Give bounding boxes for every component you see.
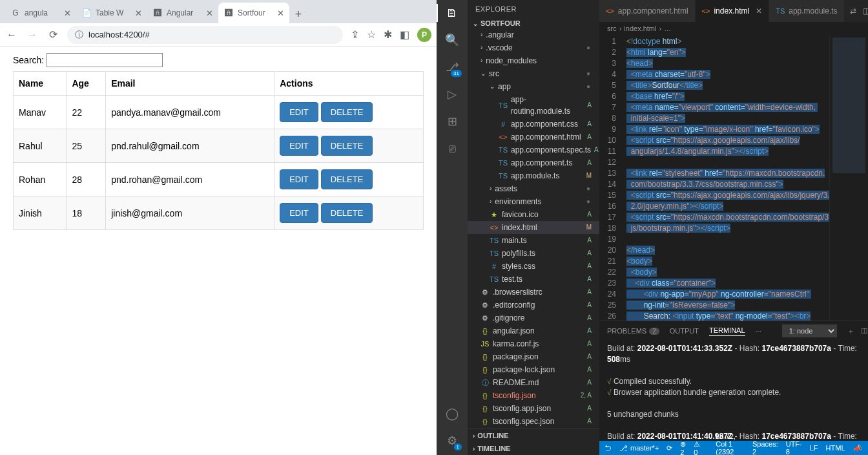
file-item[interactable]: ⚙.browserslistrcA	[468, 286, 599, 299]
folder-item[interactable]: ›assets●	[468, 182, 599, 195]
new-tab-button[interactable]: +	[289, 5, 307, 23]
reload-button[interactable]: ⟳	[46, 28, 59, 41]
errors-status[interactable]: ⊗ 2	[680, 440, 686, 456]
terminal-tab[interactable]: TERMINAL	[709, 326, 745, 336]
search-icon[interactable]: 🔍	[444, 32, 460, 48]
file-item[interactable]: TStest.tsA	[468, 273, 599, 286]
file-item[interactable]: TSapp.component.tsA	[468, 156, 599, 169]
file-item[interactable]: JSkarma.conf.jsA	[468, 337, 599, 350]
folder-item[interactable]: ›.angular	[468, 28, 599, 41]
breadcrumb[interactable]: src › index.html › …	[599, 22, 868, 35]
new-terminal-icon[interactable]: ＋	[847, 326, 854, 336]
remote-icon[interactable]: ⎚	[444, 141, 460, 156]
column-header[interactable]: Email	[106, 72, 274, 96]
compare-icon[interactable]: ⇄	[850, 6, 856, 16]
delete-button[interactable]: DELETE	[321, 136, 373, 156]
file-item[interactable]: ★favicon.icoA	[468, 208, 599, 221]
edit-button[interactable]: EDIT	[280, 203, 318, 223]
delete-button[interactable]: DELETE	[321, 203, 373, 223]
split-terminal-icon[interactable]: ◫	[861, 326, 867, 336]
browser-tab[interactable]: Gangula✕	[5, 3, 76, 23]
delete-button[interactable]: DELETE	[321, 169, 373, 189]
address-bar[interactable]: ⓘ localhost:4200/#	[67, 26, 343, 44]
lang-status[interactable]: HTML	[826, 444, 845, 452]
close-tab-icon[interactable]: ✕	[206, 8, 213, 18]
folder-item[interactable]: ›node_modules	[468, 54, 599, 67]
file-item[interactable]: TSapp.component.spec.tsA	[468, 143, 599, 156]
file-item[interactable]: {}tsconfig.spec.jsonA	[468, 415, 599, 428]
cursor-status[interactable]: Ln 72, Col 1 (2392 selected)	[716, 432, 745, 455]
breadcrumb-item[interactable]: …	[664, 25, 671, 32]
breadcrumb-item[interactable]: src	[607, 25, 617, 32]
explorer-icon[interactable]: 🗎	[444, 5, 460, 21]
edit-button[interactable]: EDIT	[280, 169, 318, 189]
code-content[interactable]: <!doctype html><html lang="en"><head> <m…	[621, 35, 829, 321]
debug-icon[interactable]: ▷	[444, 87, 460, 102]
edit-button[interactable]: EDIT	[280, 102, 318, 122]
site-info-icon[interactable]: ⓘ	[75, 29, 83, 41]
bookmark-icon[interactable]: ☆	[367, 28, 376, 41]
output-tab[interactable]: OUTPUT	[670, 327, 699, 335]
file-item[interactable]: #styles.cssA	[468, 260, 599, 273]
folder-item[interactable]: ⌄app●	[468, 80, 599, 93]
encoding-status[interactable]: UTF-8	[786, 440, 802, 455]
delete-button[interactable]: DELETE	[321, 102, 373, 122]
file-item[interactable]: TSpolyfills.tsA	[468, 247, 599, 260]
column-header[interactable]: Name	[14, 72, 67, 96]
close-tab-icon[interactable]: ✕	[756, 6, 762, 16]
outline-section[interactable]: ›OUTLINE	[468, 429, 599, 442]
file-item[interactable]: ⓘREADME.mdA	[468, 376, 599, 389]
back-button[interactable]: ←	[5, 28, 18, 41]
terminal-select[interactable]: 1: node	[782, 324, 837, 337]
file-item[interactable]: TSapp.module.tsM	[468, 169, 599, 182]
split-editor-icon[interactable]: ◫	[863, 6, 868, 16]
profile-avatar[interactable]: P	[417, 28, 431, 42]
sidepanel-icon[interactable]: ◧	[400, 28, 409, 41]
feedback-icon[interactable]: 📣	[853, 444, 862, 452]
file-item[interactable]: TSapp-routing.module.tsA	[468, 93, 599, 118]
forward-button[interactable]: →	[26, 28, 39, 41]
scm-icon[interactable]: ⎇31	[444, 59, 460, 75]
folder-item[interactable]: ›.vscode●	[468, 41, 599, 54]
extensions-icon[interactable]: ✱	[384, 28, 392, 41]
folder-item[interactable]: ⌄src●	[468, 67, 599, 80]
minimap[interactable]	[829, 35, 868, 321]
search-input[interactable]	[46, 53, 163, 67]
breadcrumb-item[interactable]: index.html	[624, 25, 656, 32]
folder-item[interactable]: ›environments●	[468, 195, 599, 208]
editor-tab[interactable]: <>app.component.html	[599, 0, 696, 22]
spaces-status[interactable]: Spaces: 2	[752, 440, 778, 455]
extensions-panel-icon[interactable]: ⊞	[444, 114, 460, 129]
editor-tab[interactable]: <>index.html✕	[696, 0, 770, 22]
editor[interactable]: 1234567891011121314151617181920212223242…	[599, 35, 868, 321]
file-item[interactable]: {}angular.jsonA	[468, 324, 599, 337]
file-item[interactable]: #app.component.cssA	[468, 118, 599, 131]
column-header[interactable]: Actions	[274, 72, 424, 96]
file-item[interactable]: ⚙.gitignoreA	[468, 312, 599, 324]
browser-tab[interactable]: 🅰Angular✕	[147, 3, 218, 23]
warnings-status[interactable]: ⚠ 0	[694, 440, 700, 456]
branch-status[interactable]: ⎇ master*+	[619, 444, 659, 452]
remote-status[interactable]: ⮌	[604, 444, 612, 452]
edit-button[interactable]: EDIT	[280, 136, 318, 156]
settings-gear-icon[interactable]: ⚙1	[444, 433, 460, 449]
file-item[interactable]: <>index.htmlM	[468, 221, 599, 234]
account-icon[interactable]: ◯	[444, 406, 460, 421]
close-tab-icon[interactable]: ✕	[135, 8, 142, 18]
close-tab-icon[interactable]: ✕	[64, 8, 71, 18]
file-item[interactable]: {}tsconfig.app.jsonA	[468, 402, 599, 415]
eol-status[interactable]: LF	[810, 444, 818, 452]
project-header[interactable]: ⌄SORTFOUR	[468, 18, 599, 28]
file-item[interactable]: {}package-lock.jsonA	[468, 363, 599, 376]
browser-tab[interactable]: 🅰Sortfour✕	[218, 3, 289, 23]
share-icon[interactable]: ⇪	[351, 28, 359, 41]
panel-more[interactable]: ···	[756, 327, 761, 335]
timeline-section[interactable]: ›TIMELINE	[468, 442, 599, 455]
close-tab-icon[interactable]: ✕	[277, 8, 284, 18]
file-item[interactable]: {}package.jsonA	[468, 350, 599, 363]
terminal-output[interactable]: Build at: 2022-08-01T01:41:33.352Z - Has…	[599, 341, 868, 441]
sync-status[interactable]: ⟳	[666, 444, 672, 452]
browser-tab[interactable]: 📄Table W✕	[76, 3, 147, 23]
problems-tab[interactable]: PROBLEMS2	[607, 327, 659, 335]
file-item[interactable]: {}tsconfig.json2, A	[468, 389, 599, 402]
